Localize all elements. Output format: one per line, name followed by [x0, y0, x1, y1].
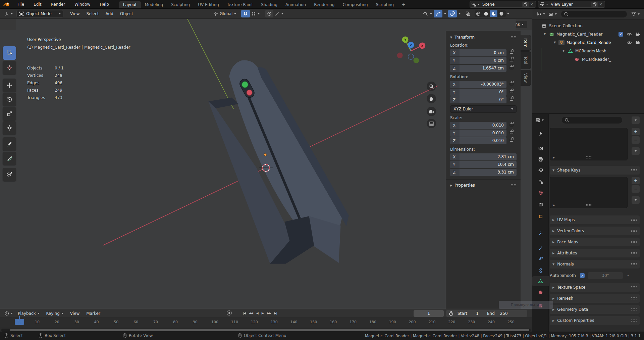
vertex-groups-list[interactable]: ▶	[550, 128, 628, 160]
list-grip[interactable]	[586, 204, 592, 206]
n-panel-tab-view[interactable]: View	[521, 70, 531, 86]
tool-cursor[interactable]	[3, 61, 16, 75]
add-item-button[interactable]: +	[632, 128, 640, 135]
timeline-menu-view[interactable]: View	[67, 311, 83, 316]
properties-tab-material[interactable]	[532, 287, 549, 297]
unlock-icon[interactable]	[510, 83, 513, 85]
camera-render-icon[interactable]	[635, 41, 641, 45]
remove-view-layer-button[interactable]: ✕	[598, 2, 603, 7]
panel-header-vertex-colors[interactable]: ▶Vertex Colors	[550, 227, 640, 235]
overlays-toggle[interactable]	[448, 10, 457, 17]
camera-view-button[interactable]	[427, 107, 436, 116]
panel-header-texture-space[interactable]: ▶Texture Space	[550, 283, 640, 292]
properties-tab-object-data[interactable]	[532, 276, 549, 286]
panel-grip[interactable]	[511, 184, 517, 187]
properties-tab-world[interactable]	[532, 188, 549, 198]
zoom-button[interactable]	[427, 82, 436, 91]
hide-eye-icon[interactable]	[627, 41, 632, 45]
panel-grip[interactable]	[631, 286, 637, 289]
properties-tab-tool[interactable]	[532, 129, 549, 139]
panel-grip[interactable]	[631, 263, 637, 265]
topbar-menu-help[interactable]: Help	[95, 2, 113, 7]
disclosure-triangle[interactable]: ▼	[544, 33, 548, 36]
blender-logo-icon[interactable]	[3, 2, 10, 7]
disclosure-triangle[interactable]: ▼	[562, 49, 567, 52]
panel-header-face-maps[interactable]: ▶Face Maps	[550, 238, 640, 246]
view-layer-name[interactable]: View Layer	[548, 2, 591, 7]
workspace-tab-shading[interactable]: Shading	[257, 1, 281, 8]
orientation-dropdown[interactable]: Global	[218, 10, 238, 17]
properties-tab-render[interactable]	[532, 143, 549, 153]
jump-end-button[interactable]: ▶|	[273, 311, 278, 315]
tool-transform[interactable]	[3, 121, 16, 135]
hide-eye-icon[interactable]	[627, 32, 632, 36]
rotation-y-field[interactable]: Y0°	[450, 89, 506, 96]
panel-header-attributes[interactable]: ▶Attributes	[550, 249, 640, 257]
panel-header-normals[interactable]: ▼Normals	[550, 260, 640, 269]
outliner-search-input[interactable]	[561, 11, 627, 17]
tool-move[interactable]	[3, 79, 16, 92]
tool-scale[interactable]	[3, 107, 16, 120]
play-reverse-button[interactable]: ◀	[255, 311, 259, 315]
auto-keying-toggle[interactable]	[227, 310, 232, 315]
copy-view-layer-button[interactable]	[591, 2, 598, 7]
unlock-icon[interactable]	[510, 59, 513, 61]
properties-panel-header[interactable]: ▶ Properties	[450, 183, 517, 188]
scene-name[interactable]: Scene	[480, 2, 522, 7]
tool-rotate[interactable]	[3, 93, 16, 106]
workspace-tab-rendering[interactable]: Rendering	[310, 1, 338, 8]
outliner-row-scene-collection[interactable]: Scene Collection	[532, 21, 644, 30]
workspace-tab-uv-editing[interactable]: UV Editing	[194, 1, 223, 8]
workspace-tab--[interactable]: +	[398, 1, 409, 8]
workspace-tab-scripting[interactable]: Scripting	[372, 1, 398, 8]
workspace-tab-compositing[interactable]: Compositing	[338, 1, 372, 8]
panel-grip[interactable]	[631, 297, 637, 300]
workspace-tab-modeling[interactable]: Modeling	[141, 1, 167, 8]
viewport-menu-view[interactable]: View	[67, 11, 83, 16]
panel-header-shape-keys[interactable]: ▼Shape Keys	[550, 166, 640, 175]
tool-annotate[interactable]	[3, 137, 16, 151]
end-value[interactable]: 250	[500, 311, 508, 316]
timeline-menu-marker[interactable]: Marker	[83, 311, 103, 316]
snap-toggle-button[interactable]	[241, 10, 250, 17]
mode-dropdown[interactable]: Object Mode	[16, 10, 63, 17]
outliner-row-magnetic-card-reader[interactable]: ▼Magnetic_Card_Reader✓	[532, 30, 644, 38]
viewport-menu-select[interactable]: Select	[83, 11, 102, 16]
animate-dot[interactable]: •	[627, 273, 629, 278]
properties-tab-view-layer[interactable]	[532, 165, 549, 176]
proportional-edit-button[interactable]	[265, 10, 273, 17]
remove-item-button[interactable]: −	[632, 185, 640, 193]
scale-y-field[interactable]: Y0.010	[450, 130, 506, 137]
panel-grip[interactable]	[631, 319, 637, 322]
timeline-scrollbar[interactable]	[1, 329, 531, 332]
properties-tab-scene[interactable]	[532, 177, 549, 187]
panel-header-custom-properties[interactable]: ▶Custom Properties	[550, 316, 640, 325]
remove-item-button[interactable]: −	[632, 136, 640, 144]
rotation-mode-dropdown[interactable]: XYZ Euler	[450, 105, 517, 113]
grid-view-button[interactable]	[427, 119, 436, 128]
shape-keys-list[interactable]: ▶	[550, 177, 628, 208]
location-x-field[interactable]: X0 cm	[450, 49, 506, 56]
camera-render-icon[interactable]	[635, 32, 641, 36]
shading-wireframe-button[interactable]	[475, 10, 482, 17]
scale-x-field[interactable]: X0.010	[450, 122, 506, 129]
panel-grip[interactable]	[631, 308, 637, 311]
timeline-editor-type-button[interactable]	[3, 310, 14, 317]
unlock-icon[interactable]	[510, 98, 513, 101]
dimensions-y-field[interactable]: Y10.4 cm	[450, 161, 517, 168]
panel-grip[interactable]	[631, 241, 637, 243]
unlock-icon[interactable]	[510, 90, 513, 93]
editor-divider-vertical[interactable]	[532, 9, 532, 332]
rotation-x-field[interactable]: X-0.000003°	[450, 81, 506, 88]
proportional-falloff-dropdown[interactable]	[273, 10, 285, 17]
viewport-menu-object[interactable]: Object	[117, 11, 137, 16]
properties-tab-particles[interactable]	[532, 243, 549, 253]
panel-grip[interactable]	[631, 252, 637, 254]
properties-editor-type-button[interactable]	[534, 116, 545, 124]
panel-grip[interactable]	[631, 169, 637, 172]
properties-tab-modifiers[interactable]	[532, 228, 549, 238]
rotation-z-field[interactable]: Z0°	[450, 96, 506, 103]
outliner-filter-id-dropdown[interactable]	[547, 10, 558, 18]
workspace-tab-sculpting[interactable]: Sculpting	[167, 1, 194, 8]
xray-toggle[interactable]	[464, 10, 472, 17]
